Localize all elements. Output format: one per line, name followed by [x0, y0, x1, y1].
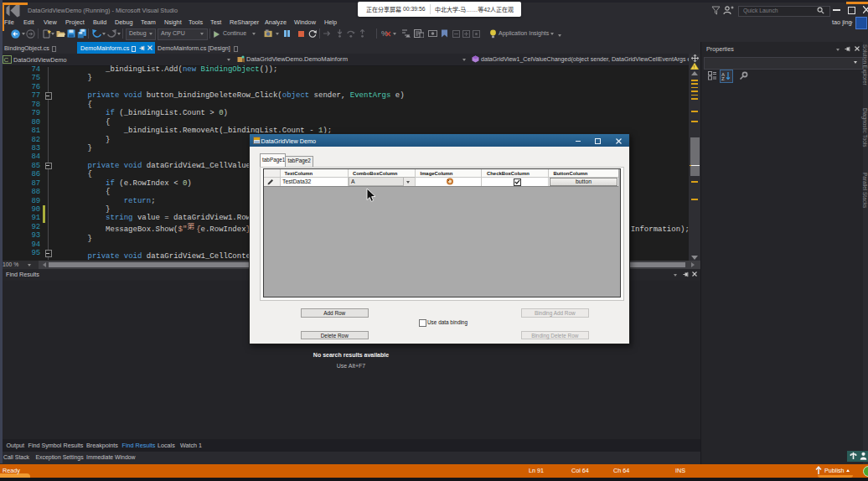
svg-text:%: % — [381, 29, 388, 38]
svg-text:C: C — [4, 56, 9, 64]
svg-text:Z: Z — [721, 76, 725, 80]
